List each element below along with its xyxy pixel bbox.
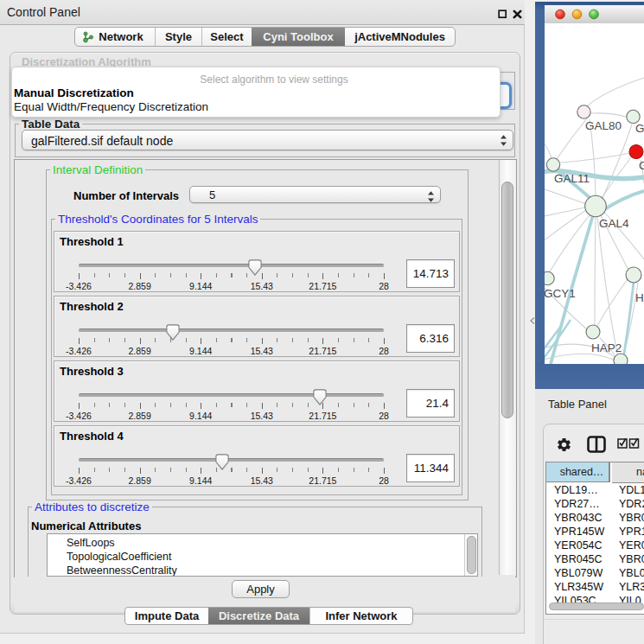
svg-text:GAL4: GAL4 — [599, 217, 629, 230]
svg-text:GA: GA — [635, 122, 644, 135]
svg-text:GAL11: GAL11 — [554, 172, 590, 185]
svg-text:GCY1: GCY1 — [545, 287, 576, 300]
svg-text:HA: HA — [635, 291, 644, 304]
svg-text:HAP2: HAP2 — [591, 341, 622, 354]
svg-text:GA: GA — [639, 159, 644, 172]
svg-text:GAL80: GAL80 — [585, 119, 622, 132]
